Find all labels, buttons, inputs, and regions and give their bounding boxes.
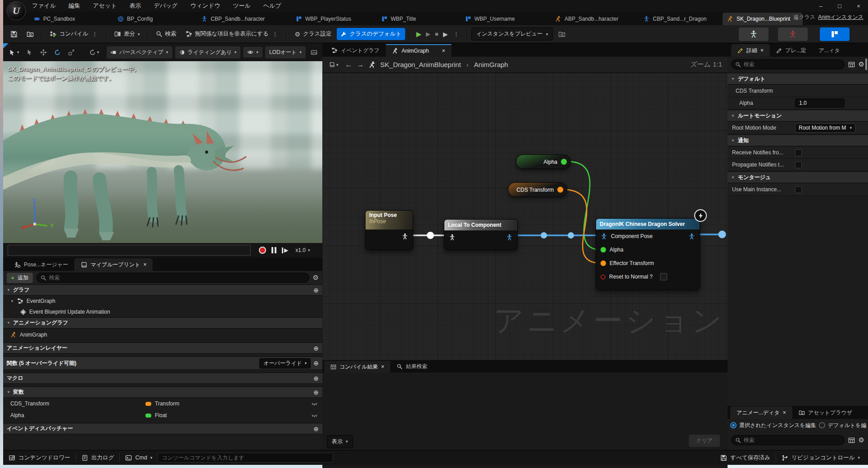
tab-animgraph[interactable]: AnimGraph × [386, 44, 452, 57]
preview-instance-dropdown[interactable]: インスタンスをプレビュー ▾ [471, 27, 553, 40]
tab-pc-sandbox[interactable]: PC_Sandbox [29, 13, 113, 25]
node-cds-transform-variable[interactable]: CDS Transform [508, 182, 567, 197]
show-flags-dropdown[interactable]: ▾ [243, 47, 262, 58]
stop-button[interactable]: ■ [435, 31, 439, 37]
close-tab-icon[interactable]: × [143, 261, 146, 268]
component-pose-pin[interactable] [506, 234, 513, 241]
component-pose-out-pin[interactable] [688, 233, 695, 240]
tab-my-blueprint[interactable]: マイブループリント × [74, 258, 153, 271]
add-macro-icon[interactable]: ⊕ [313, 375, 319, 382]
root-motion-mode-dropdown[interactable]: Root Motion from M ▾ [795, 123, 855, 133]
reset-to-normal-pin[interactable] [601, 274, 606, 279]
variable-cds-transform[interactable]: CDS_Transform Transform [3, 398, 322, 410]
menu-tools[interactable]: ツール [233, 2, 251, 10]
tab-sk-dragon-blueprint[interactable]: SK_Dragon...Blueprint × [723, 13, 803, 25]
close-tab-icon[interactable]: × [783, 410, 786, 416]
class-settings-button[interactable]: ⚙ クラス設定 [291, 28, 335, 40]
tab-details[interactable]: 詳細 × [731, 44, 770, 57]
diff-button[interactable]: 差分 ▾ [111, 28, 144, 40]
item-event-graph[interactable]: ▼ EventGraph [3, 296, 322, 306]
browse-asset-button[interactable] [23, 28, 37, 40]
section-montage[interactable]: ▼モンタージュ [728, 171, 868, 183]
tab-cbp-sandbox-character[interactable]: CBP_Sandb...haracter [197, 13, 291, 25]
eye-closed-icon[interactable] [311, 412, 318, 419]
menu-help[interactable]: ヘルプ [263, 2, 281, 10]
content-drawer-button[interactable]: コンテンツドロワー [3, 450, 76, 465]
my-blueprint-search[interactable] [36, 273, 309, 283]
search-input[interactable] [744, 61, 841, 68]
cmd-dropdown[interactable]: Cmd ▾ [120, 450, 158, 465]
maximize-button[interactable]: □ [830, 0, 849, 12]
menu-file[interactable]: ファイル [32, 2, 56, 10]
edit-defaults-radio[interactable] [819, 422, 825, 428]
scale-tool-button[interactable] [66, 47, 77, 58]
override-dropdown[interactable]: オーバーライド ▾ [259, 358, 311, 369]
compile-options-icon[interactable]: ⋮ [91, 31, 99, 37]
preview-mesh-button[interactable] [739, 27, 769, 41]
minimize-button[interactable]: – [811, 0, 830, 12]
use-main-instance-checkbox[interactable] [795, 186, 802, 193]
rotate-tool-button[interactable] [52, 47, 63, 58]
details-scrollbar[interactable] [865, 58, 867, 70]
revision-control-dropdown[interactable]: リビジョンコントロール ▾ [776, 450, 865, 465]
browse-instance-button[interactable] [555, 28, 569, 40]
tab-event-graph[interactable]: イベントグラフ [325, 44, 386, 57]
section-animation-layers[interactable]: アニメーションレイヤー ⊕ [3, 342, 322, 354]
menu-edit[interactable]: 編集 [68, 2, 80, 10]
tab-wbp-playerstatus[interactable]: WBP_PlayerStatus [291, 13, 377, 25]
lighting-dropdown[interactable]: ライティングあり ▾ [175, 46, 241, 58]
tab-pose-manager[interactable]: Pose...ネージャー [8, 258, 74, 271]
menu-window[interactable]: ウィンドウ [190, 2, 221, 10]
console-input[interactable] [162, 454, 329, 461]
close-tab-icon[interactable]: × [381, 364, 384, 370]
menu-asset[interactable]: アセット [93, 2, 117, 10]
tab-abp-sandbox-character[interactable]: ABP_Sandb...haracter [551, 13, 639, 25]
output-log-button[interactable]: 出力ログ [76, 450, 120, 465]
tab-bp-config[interactable]: BP_Config [113, 13, 197, 25]
move-tool-button[interactable] [38, 47, 49, 58]
frame-advance-button[interactable]: ▶ [443, 31, 448, 38]
edit-instance-radio[interactable] [730, 422, 737, 428]
section-macros[interactable]: マクロ ⊕ [3, 373, 322, 384]
tab-wbp-title[interactable]: WBP_Title [377, 13, 461, 25]
nav-forward-button[interactable]: → [357, 61, 364, 69]
search-input[interactable] [49, 274, 305, 281]
node-input-pose[interactable]: Input Pose InPose [365, 210, 413, 250]
class-defaults-button[interactable]: クラスのデフォルト [337, 28, 405, 40]
tab-asset-browser[interactable]: アセットブラウザ [792, 406, 859, 419]
node-dragonik-solver[interactable]: DragonIK Chinese Dragon Solver Component… [596, 218, 700, 290]
parent-class-link[interactable]: Animインスタンス [818, 14, 863, 20]
preview-animation-button[interactable] [820, 27, 850, 41]
step-over-button[interactable]: ▶ [426, 31, 430, 37]
nav-back-button[interactable]: ← [345, 61, 353, 69]
effector-transform-pin[interactable] [601, 261, 606, 266]
tab-anim-data-editor[interactable]: アニメー...ディタ × [730, 406, 792, 419]
details-search[interactable] [731, 59, 845, 69]
section-notifications[interactable]: ▼通知 [728, 135, 868, 146]
hide-unrelated-options-icon[interactable]: ⋮ [271, 31, 279, 37]
search-input[interactable] [744, 437, 841, 443]
component-pose-pin[interactable] [601, 233, 607, 240]
lod-dropdown[interactable]: LODオート ▾ [265, 46, 306, 58]
playback-speed-dropdown[interactable]: x1.0▾ [295, 247, 310, 253]
add-button[interactable]: ＋ 追加 [7, 273, 33, 283]
pause-button[interactable] [271, 247, 276, 253]
alpha-value-input[interactable]: 1.0 [795, 99, 845, 108]
timeline-scrubber[interactable] [8, 245, 251, 256]
transform-pin[interactable] [557, 187, 563, 193]
tab-find-results[interactable]: 結果検索 [390, 360, 434, 373]
item-animgraph[interactable]: AnimGraph [3, 328, 322, 341]
clear-button[interactable]: クリア [689, 435, 720, 447]
add-function-icon[interactable]: ⊕ [313, 360, 319, 367]
menu-view[interactable]: 表示 [129, 2, 141, 10]
perspective-dropdown[interactable]: パースペクティブ ▾ [107, 46, 172, 58]
save-button[interactable] [7, 28, 21, 40]
select-tool-button[interactable] [24, 47, 35, 57]
tab-compile-results[interactable]: コンパイル結果 × [324, 361, 390, 373]
play-options-icon[interactable]: ⋮ [452, 31, 460, 37]
bookmark-dropdown[interactable]: ▾ [327, 60, 341, 69]
preview-skeleton-button[interactable] [778, 27, 808, 41]
section-functions[interactable]: 関数 (5 オーバーライド可能) オーバーライド ▾ ⊕ [3, 356, 322, 370]
pose-pin[interactable] [402, 233, 408, 240]
section-graphs[interactable]: ▼ グラフ ⊕ [3, 284, 322, 296]
